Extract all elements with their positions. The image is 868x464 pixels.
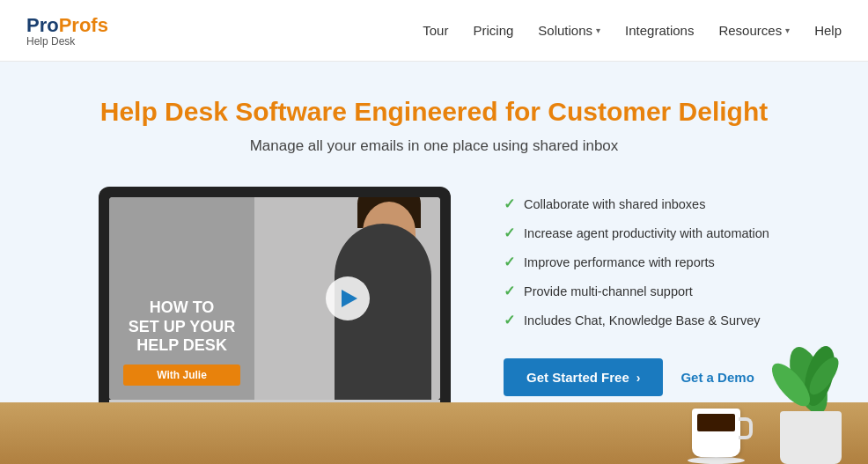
laptop: HOW TOSET UP YOURHELP DESK With Julie [99, 187, 451, 412]
nav-tour[interactable]: Tour [423, 23, 448, 38]
nav-solutions[interactable]: Solutions ▾ [538, 23, 600, 38]
screen-left: HOW TOSET UP YOURHELP DESK With Julie [109, 197, 254, 400]
nav-help[interactable]: Help [814, 23, 842, 38]
check-icon-1: ✓ [504, 195, 515, 212]
play-triangle-icon [342, 290, 357, 307]
logo-profs: Profs [59, 14, 108, 36]
logo: ProProfs Help Desk [26, 14, 108, 48]
check-icon-4: ✓ [504, 283, 515, 299]
check-icon-5: ✓ [504, 312, 515, 328]
resources-chevron-icon: ▾ [785, 26, 790, 35]
get-started-label: Get Started Free [526, 370, 629, 385]
feature-text-3: Improve performance with reports [524, 255, 715, 269]
video-presenter: With Julie [123, 365, 240, 386]
play-button[interactable] [326, 276, 370, 320]
feature-item: ✓ Collaborate with shared inboxes [504, 195, 769, 212]
main-nav: Tour Pricing Solutions ▾ Integrations Re… [423, 23, 842, 38]
feature-item: ✓ Includes Chat, Knowledge Base & Survey [504, 312, 769, 328]
logo-text: ProProfs [26, 14, 108, 37]
solutions-chevron-icon: ▾ [596, 26, 600, 35]
hero-subtitle: Manage all your emails in one place usin… [53, 137, 815, 155]
check-icon-3: ✓ [504, 254, 515, 270]
feature-text-2: Increase agent productivity with automat… [524, 226, 769, 240]
logo-subtitle: Help Desk [26, 35, 75, 48]
laptop-screen: HOW TOSET UP YOURHELP DESK With Julie [109, 197, 440, 400]
logo-pro: Pro [26, 14, 59, 36]
video-title: HOW TOSET UP YOURHELP DESK [123, 298, 240, 356]
hero-content: HOW TOSET UP YOURHELP DESK With Julie [53, 187, 815, 421]
get-started-button[interactable]: Get Started Free › [504, 358, 663, 396]
laptop-wrapper: HOW TOSET UP YOURHELP DESK With Julie [99, 187, 451, 421]
hero-section: Help Desk Software Engineered for Custom… [0, 62, 868, 464]
feature-item: ✓ Increase agent productivity with autom… [504, 225, 769, 241]
features-panel: ✓ Collaborate with shared inboxes ✓ Incr… [504, 187, 769, 396]
header: ProProfs Help Desk Tour Pricing Solution… [0, 0, 868, 62]
cup-body [692, 409, 740, 457]
feature-item: ✓ Improve performance with reports [504, 254, 769, 270]
feature-text-5: Includes Chat, Knowledge Base & Survey [524, 313, 760, 328]
cup-saucer [688, 457, 745, 464]
cta-buttons: Get Started Free › Get a Demo [504, 358, 769, 396]
plant-leaves [776, 310, 846, 416]
nav-resources[interactable]: Resources ▾ [718, 23, 790, 38]
screen-right [254, 197, 440, 400]
coffee-cup [692, 409, 745, 464]
feature-item: ✓ Provide multi-channel support [504, 283, 769, 299]
get-demo-button[interactable]: Get a Demo [680, 370, 754, 385]
get-started-chevron-icon: › [636, 371, 641, 385]
feature-text-4: Provide multi-channel support [524, 284, 693, 298]
check-icon-2: ✓ [504, 225, 515, 241]
cup-coffee [697, 414, 735, 431]
hero-title: Help Desk Software Engineered for Custom… [53, 97, 815, 127]
nav-pricing[interactable]: Pricing [473, 23, 513, 38]
plant-pot [780, 411, 842, 464]
plant-decoration [745, 288, 850, 464]
feature-text-1: Collaborate with shared inboxes [524, 197, 705, 211]
nav-integrations[interactable]: Integrations [625, 23, 694, 38]
